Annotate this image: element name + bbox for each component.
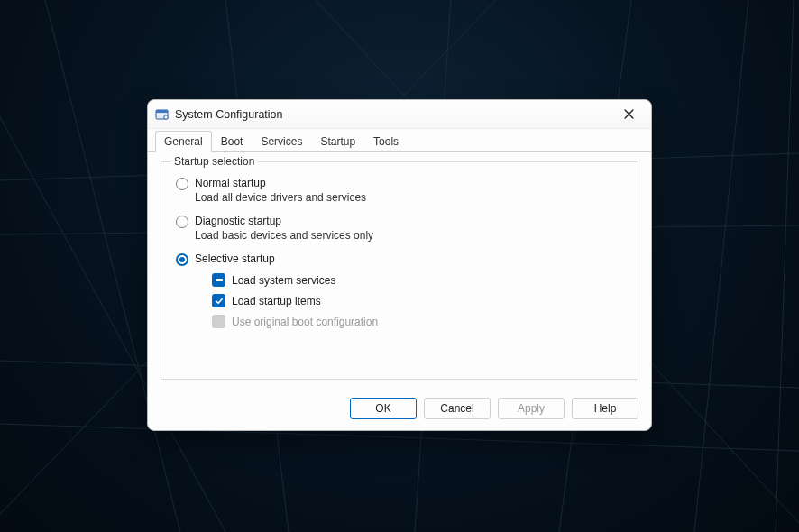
tab-label: Startup bbox=[320, 135, 355, 148]
ok-button[interactable]: OK bbox=[350, 398, 417, 419]
titlebar: System Configuration bbox=[148, 100, 651, 129]
check-use-original-boot: Use original boot configuration bbox=[212, 315, 623, 328]
svg-rect-14 bbox=[156, 110, 168, 113]
tab-label: Tools bbox=[373, 135, 399, 148]
msconfig-app-icon bbox=[155, 107, 170, 122]
radio-description: Load basic devices and services only bbox=[195, 229, 373, 242]
tab-startup[interactable]: Startup bbox=[311, 131, 364, 152]
apply-button: Apply bbox=[498, 398, 565, 419]
checkbox-indeterminate-icon bbox=[212, 273, 225, 287]
tab-tools[interactable]: Tools bbox=[364, 131, 408, 152]
radio-normal-startup[interactable]: Normal startup Load all device drivers a… bbox=[176, 177, 623, 204]
checkbox-checked-icon bbox=[212, 294, 225, 307]
startup-selection-group: Startup selection Normal startup Load al… bbox=[161, 161, 638, 380]
radio-label: Selective startup bbox=[195, 252, 275, 265]
checkbox-disabled-icon bbox=[212, 315, 225, 328]
check-load-startup-items[interactable]: Load startup items bbox=[212, 294, 623, 307]
button-label: Help bbox=[594, 402, 617, 415]
tab-general[interactable]: General bbox=[155, 131, 212, 152]
check-load-system-services[interactable]: Load system services bbox=[212, 273, 623, 287]
radio-icon bbox=[176, 178, 188, 190]
dialog-button-bar: OK Cancel Apply Help bbox=[148, 390, 651, 430]
tab-services[interactable]: Services bbox=[252, 131, 311, 152]
cancel-button[interactable]: Cancel bbox=[424, 398, 491, 419]
close-button[interactable] bbox=[610, 102, 647, 127]
tab-label: Services bbox=[261, 135, 302, 148]
tab-content: Startup selection Normal startup Load al… bbox=[148, 152, 651, 390]
checkbox-label: Load system services bbox=[232, 274, 335, 287]
help-button[interactable]: Help bbox=[572, 398, 638, 419]
radio-label: Diagnostic startup bbox=[195, 215, 373, 227]
radio-icon bbox=[176, 253, 188, 266]
tab-strip: General Boot Services Startup Tools bbox=[148, 129, 651, 152]
svg-point-15 bbox=[164, 115, 168, 118]
button-label: Cancel bbox=[440, 402, 473, 415]
button-label: OK bbox=[375, 402, 390, 415]
radio-icon bbox=[176, 216, 188, 228]
radio-selective-startup[interactable]: Selective startup bbox=[176, 252, 623, 266]
tab-label: General bbox=[164, 135, 203, 148]
tab-label: Boot bbox=[221, 135, 243, 148]
window-title: System Configuration bbox=[175, 108, 610, 121]
checkbox-label: Use original boot configuration bbox=[232, 316, 378, 328]
msconfig-window: System Configuration General Boot Servic… bbox=[147, 99, 652, 431]
svg-line-9 bbox=[776, 0, 794, 532]
button-label: Apply bbox=[518, 402, 545, 415]
radio-description: Load all device drivers and services bbox=[195, 191, 366, 204]
desktop-background: System Configuration General Boot Servic… bbox=[0, 0, 799, 532]
radio-diagnostic-startup[interactable]: Diagnostic startup Load basic devices an… bbox=[176, 215, 623, 242]
tab-boot[interactable]: Boot bbox=[212, 131, 253, 152]
selective-suboptions: Load system services Load startup items … bbox=[212, 273, 623, 328]
group-legend: Startup selection bbox=[170, 155, 258, 168]
radio-label: Normal startup bbox=[195, 177, 366, 189]
svg-line-8 bbox=[694, 0, 748, 532]
checkbox-label: Load startup items bbox=[232, 295, 321, 307]
